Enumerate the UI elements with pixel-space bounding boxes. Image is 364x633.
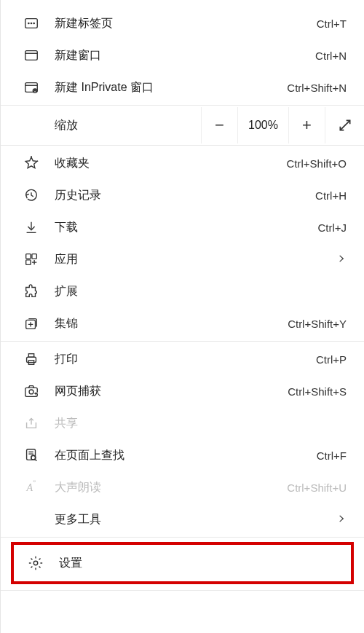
inprivate-icon <box>23 79 40 96</box>
menu-label: 新建标签页 <box>55 16 317 31</box>
menu-share: 共享 <box>1 407 364 439</box>
menu-read-aloud: A» 大声朗读 Ctrl+Shift+U <box>1 471 364 503</box>
read-aloud-icon: A» <box>23 479 40 496</box>
menu-shortcut: Ctrl+J <box>317 221 347 234</box>
svg-point-1 <box>28 23 29 23</box>
menu-apps[interactable]: 应用 <box>1 243 364 275</box>
menu-shortcut: Ctrl+Shift+U <box>287 481 347 494</box>
menu-favorites[interactable]: 收藏夹 Ctrl+Shift+O <box>1 147 364 179</box>
menu-shortcut: Ctrl+Shift+N <box>287 82 347 94</box>
extensions-icon <box>23 283 40 300</box>
svg-rect-15 <box>26 260 31 264</box>
gear-icon <box>27 554 44 572</box>
menu-shortcut: Ctrl+Shift+Y <box>288 318 347 330</box>
camera-icon <box>23 382 40 400</box>
favorites-icon <box>23 154 40 172</box>
separator <box>1 590 364 591</box>
highlight-annotation: 设置 <box>11 542 354 584</box>
apps-icon <box>23 251 40 268</box>
menu-shortcut: Ctrl+P <box>316 353 347 366</box>
print-icon <box>23 350 40 368</box>
menu-label: 下载 <box>55 220 317 235</box>
separator <box>1 105 364 106</box>
zoom-label: 缩放 <box>55 118 201 133</box>
svg-point-3 <box>33 23 34 23</box>
svg-rect-18 <box>28 354 33 358</box>
svg-point-2 <box>31 23 31 23</box>
history-icon <box>23 186 40 204</box>
svg-line-28 <box>35 460 36 461</box>
menu-history[interactable]: 历史记录 Ctrl+H <box>1 179 364 211</box>
menu-label: 更多工具 <box>55 512 336 527</box>
menu-label: 历史记录 <box>55 188 315 203</box>
chevron-right-icon <box>336 514 347 526</box>
menu-label: 共享 <box>55 416 349 431</box>
menu-collections[interactable]: 集锦 Ctrl+Shift+Y <box>1 307 364 339</box>
chevron-right-icon <box>336 253 347 266</box>
find-icon <box>23 447 40 464</box>
separator <box>1 537 364 538</box>
menu-shortcut: Ctrl+N <box>315 50 347 62</box>
menu-label: 新建 InPrivate 窗口 <box>55 80 287 95</box>
menu-label: 设置 <box>59 556 336 571</box>
svg-rect-17 <box>27 357 36 362</box>
svg-rect-4 <box>25 51 38 60</box>
menu-label: 收藏夹 <box>55 156 286 171</box>
zoom-in-button[interactable]: + <box>288 107 325 143</box>
menu-find-on-page[interactable]: 在页面上查找 Ctrl+F <box>1 439 364 471</box>
separator <box>1 145 364 146</box>
menu-settings[interactable]: 设置 <box>14 545 351 581</box>
menu-downloads[interactable]: 下载 Ctrl+J <box>1 211 364 243</box>
menu-label: 在页面上查找 <box>55 448 317 463</box>
svg-point-21 <box>29 390 33 394</box>
menu-label: 集锦 <box>55 316 288 331</box>
svg-line-11 <box>37 161 38 162</box>
menu-new-inprivate[interactable]: 新建 InPrivate 窗口 Ctrl+Shift+N <box>1 71 364 103</box>
menu-shortcut: Ctrl+H <box>315 189 347 202</box>
collections-icon <box>23 315 40 332</box>
menu-new-tab[interactable]: 新建标签页 Ctrl+T <box>1 7 364 39</box>
menu-label: 网页捕获 <box>55 384 288 399</box>
share-icon <box>23 414 40 432</box>
new-tab-icon <box>23 15 40 32</box>
menu-extensions[interactable]: 扩展 <box>1 275 364 307</box>
svg-point-29 <box>33 561 38 565</box>
separator <box>1 341 364 342</box>
svg-rect-14 <box>32 254 36 259</box>
menu-shortcut: Ctrl+Shift+S <box>288 385 347 398</box>
fullscreen-button[interactable] <box>325 107 364 143</box>
menu-more-tools[interactable]: 更多工具 <box>1 503 364 535</box>
menu-shortcut: Ctrl+F <box>317 449 347 462</box>
zoom-out-button[interactable]: − <box>201 107 237 143</box>
menu-shortcut: Ctrl+Shift+O <box>286 157 347 170</box>
menu-web-capture[interactable]: 网页捕获 Ctrl+Shift+S <box>1 375 364 407</box>
menu-shortcut: Ctrl+T <box>317 17 347 30</box>
menu-label: 扩展 <box>55 284 349 299</box>
download-icon <box>23 219 40 236</box>
zoom-value: 100% <box>237 107 288 143</box>
menu-label: 应用 <box>55 252 336 267</box>
svg-rect-13 <box>26 254 31 259</box>
menu-label: 打印 <box>55 352 316 367</box>
menu-print[interactable]: 打印 Ctrl+P <box>1 343 364 375</box>
menu-label: 大声朗读 <box>55 480 287 495</box>
menu-new-window[interactable]: 新建窗口 Ctrl+N <box>1 39 364 71</box>
menu-zoom-row: 缩放 − 100% + <box>1 107 364 143</box>
menu-label: 新建窗口 <box>55 48 315 63</box>
window-icon <box>23 47 40 64</box>
